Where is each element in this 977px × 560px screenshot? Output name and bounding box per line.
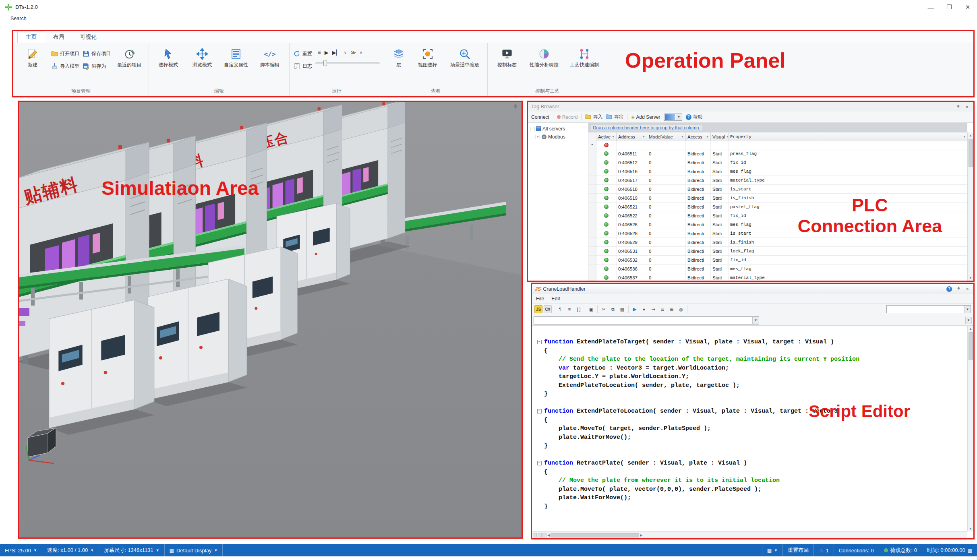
copy-icon[interactable]: ⧉ [609,305,617,313]
minimize-button[interactable]: — [921,0,940,14]
control-tags-button[interactable]: 控制标签 [492,45,522,68]
pin-icon[interactable] [955,286,962,292]
save-as-button[interactable]: 另存为 [83,63,111,70]
tag-row[interactable]: 0:4065290BidirectiStatiis_finish [588,238,967,247]
new-project-button[interactable]: 新建 [17,45,48,68]
maximize-button[interactable]: ❐ [940,0,958,14]
stop-button[interactable]: ■ [318,50,321,56]
code-horizontal-scrollbar[interactable]: ◀ ▶ [532,531,967,538]
fold-collapse-icon[interactable]: − [537,461,542,465]
csharp-mode-icon[interactable]: C# [544,305,552,313]
tag-scrollbar[interactable]: ▲ ▼ [967,132,973,281]
tag-row[interactable]: 0:4065180BidirectiStatiis_start [588,185,967,194]
fast-forward-button[interactable]: ≫ [350,50,356,56]
column-header-property[interactable]: Property▼ [729,132,967,141]
tag-row[interactable]: 0:4065280BidirectiStatiis_start [588,229,967,238]
save-icon[interactable]: ▣ [587,305,595,313]
pin-icon[interactable] [513,104,518,110]
scroll-up-icon[interactable]: ▲ [969,132,972,138]
code-editor[interactable]: −function ExtendPlateToTarget( sender : … [532,326,973,538]
browse-mode-button[interactable]: 浏览模式 [187,45,217,68]
custom-properties-button[interactable]: 自定义属性 [221,45,251,68]
pin-icon[interactable] [955,104,961,110]
scroll-down-icon[interactable]: ▼ [969,526,972,531]
scroll-left-icon[interactable]: ◀ [547,533,550,537]
log-button[interactable]: 日志 [294,63,312,70]
menu-edit[interactable]: Edit [551,296,560,302]
splitter-box[interactable] [533,533,537,537]
toolbar-combo[interactable]: ▼ [886,305,971,313]
expand-icon[interactable]: + [536,135,540,139]
fps-indicator[interactable]: FPS: 25.00 ▼ [0,544,42,556]
tag-row[interactable]: 0:4065310BidirectiStatilock_flag [588,247,967,256]
warning-indicator[interactable]: ⚠ 1 [813,544,834,556]
help-icon[interactable]: ? [946,286,953,292]
run-script-icon[interactable]: ▶ [631,305,639,313]
tag-row[interactable]: 0:4065170BidirectiStatimaterial_type [588,176,967,185]
globe-icon[interactable]: ◍ [677,305,685,313]
column-header-active[interactable]: Active▼ [596,132,617,141]
script-edit-button[interactable]: </> 脚本编辑 [255,45,285,68]
splitter-box[interactable] [542,533,546,537]
reset-button[interactable]: 重置 [294,50,312,57]
export-button[interactable]: 导出 [606,114,623,120]
tag-row[interactable]: 0:4065220BidirectiStatifix_id [588,211,967,220]
select-mode-button[interactable]: 选择模式 [153,45,184,68]
outline-icon[interactable]: ⊞ [668,305,676,313]
scroll-thumb[interactable] [551,533,639,537]
column-header-modelvalue[interactable]: ModelValue▼ [647,132,686,141]
object-selector-combo[interactable]: ▼ [534,316,759,324]
tag-row[interactable]: 0:4065160BidirectiStatimes_flag [588,167,967,176]
close-icon[interactable]: × [964,104,970,110]
brackets-icon[interactable]: [ ] [575,305,583,313]
view-select-button[interactable]: 视图选择 [412,45,443,68]
filter-funnel-icon[interactable]: ▼ [706,135,709,138]
record-button[interactable]: Record [557,114,578,120]
control-cabinet-near[interactable] [49,300,154,435]
simulation-speed-slider[interactable] [315,60,380,67]
display-selector[interactable]: ▦ Default Display ▼ [165,544,223,556]
scroll-thumb[interactable] [969,332,973,360]
column-header-visual[interactable]: Visual▼ [711,132,729,141]
control-cabinet-near-right[interactable] [148,279,247,406]
tag-new-row[interactable]: * [588,141,967,149]
simulation-viewport[interactable]: 点胶 TP压合 贴辅料 锁螺丝 贴辅料 [18,101,523,539]
tag-row[interactable]: 0:4065110BidirectiStatipress_flag [588,149,967,158]
menu-file[interactable]: File [536,296,544,302]
filter-funnel-icon[interactable]: ▼ [964,135,965,138]
scroll-right-icon[interactable]: ▶ [640,533,642,537]
open-project-button[interactable]: 打开项目 [51,50,79,57]
scroll-thumb[interactable] [969,139,973,167]
close-icon[interactable]: × [964,286,971,292]
column-header-access[interactable]: Access▼ [686,132,711,141]
add-server-button[interactable]: + Add Server [631,114,660,120]
process-edit-button[interactable]: 工艺快速编制 [566,45,603,68]
tag-row[interactable]: 0:4065370BidirectiStatimaterial_type [588,273,967,281]
close-button[interactable]: ✕ [958,0,977,14]
tab-visualization[interactable]: 可视化 [72,31,105,43]
style-combo[interactable]: ▼ [664,114,682,121]
layout-grid-button[interactable]: ▦ ▼ [762,544,782,556]
javascript-mode-icon[interactable]: JS [534,305,542,313]
help-button[interactable]: ? 帮助 [686,114,703,120]
tree-item-all-servers[interactable]: − All servers [530,125,586,133]
tag-row[interactable]: 0:4065360BidirectiStatimes_flag [588,265,967,273]
filter-funnel-icon[interactable]: ▼ [612,135,615,138]
performance-analysis-button[interactable]: 性能分析调控 [526,45,563,68]
reset-layout-button[interactable]: 重置布局 [782,544,813,556]
breakpoint-list-icon[interactable]: ≣ [658,305,667,313]
tag-row[interactable]: 0:4065120BidirectiStatifix_id [588,158,967,167]
format-lines-icon[interactable]: ≡ [565,305,573,313]
import-button[interactable]: 导入 [585,114,602,120]
scroll-down-icon[interactable]: ▼ [969,275,972,281]
fit-zoom-button[interactable]: 场景适中缩放 [446,45,483,68]
filter-funnel-icon[interactable]: ▼ [642,135,645,138]
column-header-address[interactable]: Address▼ [617,132,647,141]
connect-button[interactable]: Connect [531,114,549,120]
paste-icon[interactable]: ▤ [618,305,626,313]
tree-item-modbus[interactable]: + Modbus [530,133,586,141]
code-text-area[interactable]: −function ExtendPlateToTarget( sender : … [532,326,967,531]
recent-projects-button[interactable]: 最近的项目 [114,45,145,68]
step-icon[interactable]: ⇥ [649,305,657,313]
filter-funnel-icon[interactable]: ▼ [681,135,684,138]
